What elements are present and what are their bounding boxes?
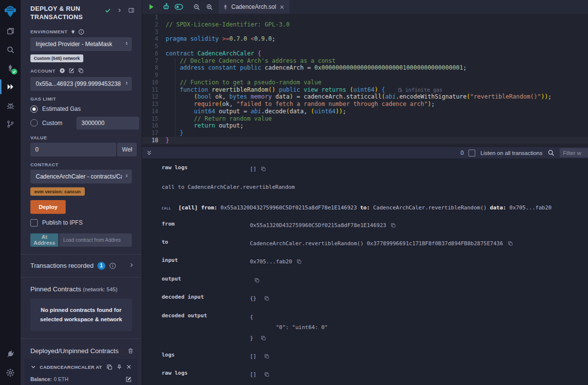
custom-gas-radio[interactable] [30, 119, 38, 127]
run-script-icon[interactable] [145, 0, 158, 14]
line-number: 13 [142, 101, 166, 108]
file-explorer-icon[interactable] [0, 22, 21, 40]
plugin-manager-icon[interactable] [0, 345, 21, 363]
edit-icon[interactable] [125, 376, 132, 383]
copy-icon[interactable] [254, 278, 260, 283]
debugger-icon[interactable] [0, 96, 21, 115]
copy-icon[interactable] [296, 259, 302, 264]
listen-transactions-checkbox[interactable] [468, 150, 475, 156]
terminal-filter-input[interactable] [560, 148, 588, 157]
code-line[interactable]: 7 // Declare Cadence Arch's address as a… [142, 57, 588, 65]
terminal-kv-row: toCadenceArchCaler.revertibleRandom() 0x… [162, 238, 583, 249]
chevron-down-icon[interactable] [30, 364, 36, 370]
chevron-right-icon[interactable] [128, 262, 135, 270]
code-line[interactable]: 16 return output; [142, 122, 588, 129]
search-icon[interactable] [0, 40, 21, 59]
close-tab-icon[interactable] [279, 4, 285, 10]
account-select[interactable]: 0x55a...46923 (999.9999453238 [30, 77, 132, 91]
copy-icon[interactable] [261, 335, 266, 341]
info-icon[interactable] [78, 29, 84, 35]
copy-icon[interactable] [508, 241, 513, 246]
pending-tx-count: 0 [461, 150, 464, 156]
line-number: 12 [142, 93, 166, 101]
close-icon[interactable] [126, 364, 132, 370]
copy-account-icon[interactable] [78, 68, 84, 75]
sign-message-icon[interactable] [69, 68, 74, 75]
value-input[interactable] [30, 143, 116, 156]
compiled-check-icon [11, 69, 17, 75]
tab-cadencearch-sol[interactable]: CadenceArch.sol [219, 0, 290, 14]
code-line[interactable]: 14 uint64 output = abi.decode(data, (uin… [142, 108, 588, 115]
git-branch-icon[interactable] [0, 115, 21, 133]
copilot-toggle-icon[interactable] [172, 0, 185, 14]
line-number: 1 [142, 14, 166, 21]
terminal-kv-row: from0x55a1320D432759960C5Df0215a8dF78e1E… [162, 220, 583, 231]
at-address-button[interactable]: At Address [30, 233, 58, 247]
line-number: 4 [142, 35, 166, 43]
code-line[interactable]: 10 // Function to get a pseudo-random va… [142, 79, 588, 86]
copy-icon[interactable] [391, 223, 396, 228]
code-line[interactable]: 2// SPDX-License-Identifier: GPL-3.0 [142, 21, 588, 28]
pin-panel-icon[interactable] [128, 7, 135, 16]
copy-icon[interactable] [106, 364, 113, 370]
code-line[interactable]: 3 [142, 28, 588, 36]
publish-ipfs-checkbox[interactable] [30, 219, 38, 227]
copy-icon[interactable] [264, 372, 270, 377]
ai-assistant-icon[interactable] [160, 0, 172, 14]
code-line[interactable]: 15 // Return random value [142, 115, 588, 123]
code-line[interactable]: 1 [142, 14, 588, 21]
main-area: CadenceArch.sol 12// SPDX-License-Identi… [142, 0, 588, 385]
deploy-button[interactable]: Deploy [30, 200, 66, 214]
code-line[interactable]: 11 function revertibleRandom() public vi… [142, 86, 588, 94]
pinned-empty-message: No pinned contracts found for selected w… [30, 299, 132, 331]
copy-icon[interactable] [261, 166, 266, 172]
code-line[interactable]: 8 address constant public cadenceArch = … [142, 64, 588, 72]
pin-icon[interactable] [116, 364, 122, 370]
solidity-compiler-icon[interactable] [0, 59, 21, 77]
contract-select[interactable]: CadenceArchCaler - contracts/Cac [30, 170, 132, 183]
transactions-recorded-row[interactable]: Transactions recorded 1 [21, 255, 142, 277]
plug-icon[interactable] [71, 29, 75, 34]
activity-bar [0, 0, 21, 385]
chevron-updown-icon [124, 40, 129, 48]
code-line[interactable]: 9 [142, 72, 588, 79]
settings-icon[interactable] [0, 363, 21, 382]
trash-icon[interactable] [127, 348, 134, 354]
deployed-contracts-heading: Deployed/Unpinned Contracts [21, 339, 142, 355]
custom-gas-input[interactable] [76, 117, 139, 129]
code-line[interactable]: 17 } [142, 129, 588, 137]
panel-forward-icon[interactable] [117, 7, 122, 16]
expand-terminal-icon[interactable] [146, 150, 152, 156]
copy-icon[interactable] [264, 296, 270, 301]
terminal-toolbar: 0 Listen on all transactions [142, 147, 588, 158]
at-address-input[interactable] [59, 233, 132, 247]
value-unit-select[interactable]: Wei [117, 143, 137, 156]
code-line[interactable]: 18} [142, 137, 588, 144]
deployed-contract-card: CADENCEARCHCALER AT 0) Balance: 0 ETH ca… [24, 359, 138, 385]
estimated-gas-radio[interactable] [30, 105, 38, 113]
line-number: 5 [142, 43, 166, 50]
network-badge: Custom (545) network [30, 54, 83, 62]
code-line[interactable]: 13 require(ok, "failed to fetch a random… [142, 101, 588, 108]
terminal-kv-row: decoded output{ "0": "uint64: 0" } [162, 312, 583, 343]
zoom-in-icon[interactable] [203, 0, 216, 14]
info-icon[interactable] [109, 262, 116, 269]
zoom-out-icon[interactable] [190, 0, 203, 14]
deploy-run-panel: DEPLOY & RUN TRANSACTIONS ENVIRONMENT In… [21, 0, 142, 385]
terminal-output: raw logs[]call to CadenceArchCaler.rever… [142, 158, 588, 385]
code-line[interactable]: 5 [142, 43, 588, 50]
custom-gas-label: Custom [42, 120, 62, 127]
deploy-run-icon[interactable] [0, 77, 21, 96]
code-line[interactable]: 4pragma solidity >=0.7.0 <0.9.0; [142, 35, 588, 43]
terminal-kv-row: output [162, 275, 583, 285]
code-editor[interactable]: 12// SPDX-License-Identifier: GPL-3.034p… [142, 14, 588, 147]
copy-icon[interactable] [264, 354, 270, 359]
terminal-kv-row: decoded input{} [162, 293, 583, 304]
environment-select[interactable]: Injected Provider - MetaMask [30, 37, 132, 51]
remix-logo-icon[interactable] [0, 1, 20, 22]
code-line[interactable]: 12 (bool ok, bytes memory data) = cadenc… [142, 93, 588, 101]
add-account-icon[interactable] [59, 68, 65, 75]
search-icon[interactable] [547, 149, 555, 156]
code-line[interactable]: 6contract CadenceArchCaler { [142, 50, 588, 57]
terminal-kv-row: raw logs[] [162, 369, 583, 380]
